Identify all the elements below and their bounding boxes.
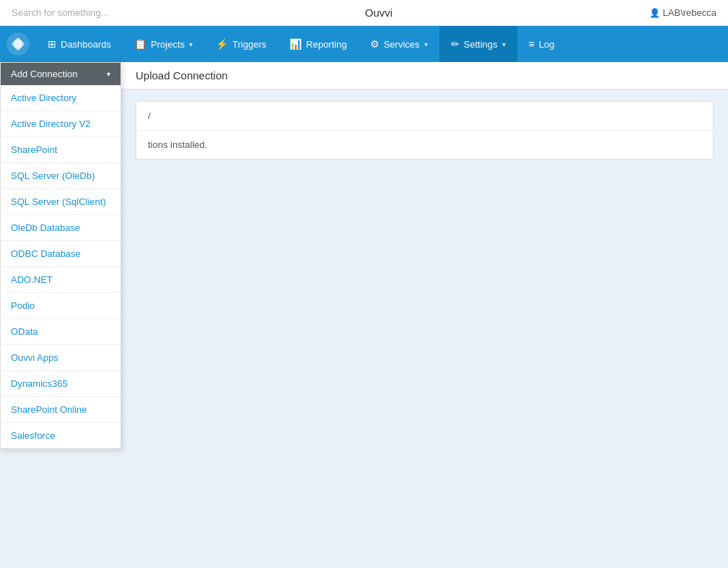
dropdown-salesforce[interactable]: Salesforce xyxy=(1,423,120,448)
add-connection-button[interactable]: Add Connection ▾ xyxy=(1,63,120,85)
settings-icon: ✏ xyxy=(451,38,460,50)
user-info: LAB\rebecca xyxy=(649,7,716,18)
main-content: / tions installed. xyxy=(121,89,728,177)
nav-dashboards[interactable]: ⊞ Dashboards xyxy=(36,26,123,62)
info-row-1: tions installed. xyxy=(136,131,713,159)
reporting-icon: 📊 xyxy=(289,38,302,50)
nav-projects[interactable]: 📋 Projects ▾ xyxy=(123,26,204,62)
content-area: Add Connection ▾ Active Directory Active… xyxy=(0,62,728,568)
dropdown-podio[interactable]: Podio xyxy=(1,293,120,319)
dropdown-active-directory-v2[interactable]: Active Directory V2 xyxy=(1,111,120,137)
dashboards-icon: ⊞ xyxy=(48,38,56,50)
info-row-0: / xyxy=(136,102,713,131)
projects-chevron-icon: ▾ xyxy=(189,40,193,48)
dropdown-active-directory[interactable]: Active Directory xyxy=(1,85,120,111)
dropdown-oledb-database[interactable]: OleDb Database xyxy=(1,215,120,241)
nav-dashboards-label: Dashboards xyxy=(61,39,111,50)
main-panel: Upload Connection / tions installed. xyxy=(121,62,728,568)
dropdown-odata[interactable]: OData xyxy=(1,319,120,345)
top-bar: Search for something... Ouvvi LAB\rebecc… xyxy=(0,0,728,26)
nav-triggers-label: Triggers xyxy=(232,39,266,50)
app-logo[interactable] xyxy=(0,26,36,62)
nav-settings-label: Settings xyxy=(464,39,498,50)
services-chevron-icon: ▾ xyxy=(424,40,428,48)
dropdown-sql-server-oledb[interactable]: SQL Server (OleDb) xyxy=(1,163,120,189)
dropdown-sharepoint-online[interactable]: SharePoint Online xyxy=(1,397,120,423)
services-icon: ⚙ xyxy=(370,38,380,50)
navbar: ⊞ Dashboards 📋 Projects ▾ ⚡ Triggers 📊 R… xyxy=(0,26,728,62)
nav-settings[interactable]: ✏ Settings ▾ xyxy=(439,26,517,62)
nav-projects-label: Projects xyxy=(151,39,185,50)
dropdown-dynamics365[interactable]: Dynamics365 xyxy=(1,371,120,397)
nav-items: ⊞ Dashboards 📋 Projects ▾ ⚡ Triggers 📊 R… xyxy=(36,26,566,62)
nav-services[interactable]: ⚙ Services ▾ xyxy=(359,26,439,62)
dropdown-ouvvi-apps[interactable]: Ouvvi Apps xyxy=(1,345,120,371)
dropdown-odbc-database[interactable]: ODBC Database xyxy=(1,241,120,267)
dropdown-sharepoint[interactable]: SharePoint xyxy=(1,137,120,163)
add-connection-chevron-icon: ▾ xyxy=(107,70,110,78)
nav-reporting-label: Reporting xyxy=(306,39,346,50)
nav-log[interactable]: ≡ Log xyxy=(517,26,566,62)
settings-chevron-icon: ▾ xyxy=(502,40,506,48)
main-header: Upload Connection xyxy=(121,62,728,89)
info-box: / tions installed. xyxy=(136,101,714,160)
add-connection-label: Add Connection xyxy=(11,69,78,79)
nav-log-label: Log xyxy=(539,39,555,50)
add-connection-dropdown: Add Connection ▾ Active Directory Active… xyxy=(0,62,121,449)
projects-icon: 📋 xyxy=(134,38,146,50)
dropdown-sql-server-sqlclient[interactable]: SQL Server (SqlClient) xyxy=(1,189,120,215)
nav-triggers[interactable]: ⚡ Triggers xyxy=(204,26,278,62)
dropdown-adonet[interactable]: ADO.NET xyxy=(1,267,120,293)
triggers-icon: ⚡ xyxy=(216,38,228,50)
nav-reporting[interactable]: 📊 Reporting xyxy=(278,26,358,62)
nav-services-label: Services xyxy=(384,39,420,50)
app-title: Ouvvi xyxy=(365,6,392,19)
search-placeholder[interactable]: Search for something... xyxy=(12,7,108,18)
log-icon: ≡ xyxy=(529,38,535,50)
